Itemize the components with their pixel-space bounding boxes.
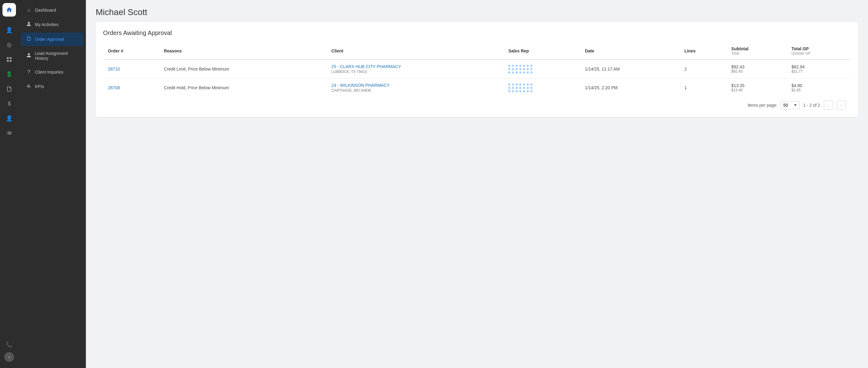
page-header: Michael Scott: [86, 0, 868, 22]
subtotal-cell: $92.43 $92.43: [726, 60, 786, 79]
page-info: 1 - 2 of 2: [803, 103, 820, 108]
svg-rect-2: [7, 60, 9, 62]
lines-cell: 1: [680, 79, 726, 97]
nav-label-kpis: KPIs: [35, 84, 44, 89]
svg-rect-0: [7, 57, 9, 59]
sales-rep-dots: [508, 65, 533, 73]
nav-item-kpis[interactable]: KPIs: [21, 80, 84, 93]
per-page-select[interactable]: 50 10 25 100: [780, 101, 800, 109]
left-navigation: ⌂ Dashboard My Activities Order Approval…: [19, 0, 86, 368]
table-row: 28710 Credit Limit, Price Below Minimum …: [103, 60, 851, 79]
kpis-nav-icon: [26, 84, 32, 90]
sidebar-icon-reports[interactable]: [3, 83, 16, 95]
orders-table: Order # Reasons Client Sales Rep Date: [103, 42, 851, 97]
col-header-lines: Lines: [680, 42, 726, 60]
gp-cell: $4.80 $2.85: [786, 79, 851, 97]
sales-rep-dots: [508, 84, 533, 92]
sidebar-icon-user2[interactable]: 👤: [3, 112, 16, 124]
subtotal-cell: $13.35 $13.40: [726, 79, 786, 97]
orders-card: Orders Awaiting Approval Order # Reasons…: [96, 22, 858, 117]
nav-label-order-approval: Order Approval: [35, 37, 64, 42]
nav-label-lead-assignment: Lead Assignment History: [35, 51, 79, 61]
lead-assignment-nav-icon: [26, 53, 32, 59]
svg-rect-1: [10, 57, 12, 59]
dashboard-nav-icon: ⌂: [26, 7, 32, 13]
nav-item-dashboard[interactable]: ⌂ Dashboard: [21, 4, 84, 17]
content-area: Orders Awaiting Approval Order # Reasons…: [86, 22, 868, 368]
main-content: Michael Scott Orders Awaiting Approval O…: [86, 0, 868, 368]
nav-label-dashboard: Dashboard: [35, 8, 56, 12]
date-cell: 1/14/25, 11:17 AM: [580, 60, 680, 79]
reasons-cell: Credit Limit, Price Below Minimum: [159, 60, 327, 79]
col-header-subtotal: Subtotal Total: [726, 42, 786, 60]
date-cell: 1/14/25, 2:20 PM: [580, 79, 680, 97]
col-header-total-gp: Total GP Outside GP: [786, 42, 851, 60]
icon-sidebar: 👤 ◎ 💲 ＄ 👤 📞 ›: [0, 0, 19, 368]
sales-rep-cell: [503, 79, 580, 97]
sidebar-icon-phone[interactable]: 📞: [3, 339, 16, 351]
items-per-page: Items per page: 50 10 25 100: [747, 101, 799, 109]
reasons-cell: Credit Hold, Price Below Minimum: [159, 79, 327, 97]
nav-item-client-inquiries[interactable]: ? Client Inquiries: [21, 66, 84, 79]
gp-cell: $62.94 $31.77: [786, 60, 851, 79]
sidebar-icon-activities[interactable]: 👤: [3, 24, 16, 36]
nav-item-my-activities[interactable]: My Activities: [21, 18, 84, 31]
client-cell: 25 - CLARX HUB CITY PHARMACY LUBBOCK, TX…: [327, 60, 504, 79]
next-page-button[interactable]: ›: [837, 100, 846, 110]
svg-rect-3: [10, 60, 12, 62]
col-header-sales-rep: Sales Rep: [503, 42, 580, 60]
items-per-page-label: Items per page:: [747, 103, 777, 108]
col-header-reasons: Reasons: [159, 42, 327, 60]
activities-nav-icon: [26, 22, 32, 28]
sidebar-icon-list[interactable]: [3, 127, 16, 139]
card-title: Orders Awaiting Approval: [103, 29, 851, 36]
nav-item-order-approval[interactable]: Order Approval: [21, 32, 84, 46]
order-num-cell[interactable]: 28708: [103, 79, 159, 97]
sales-rep-cell: [503, 60, 580, 79]
table-row: 28708 Credit Hold, Price Below Minimum 2…: [103, 79, 851, 97]
sidebar-icon-dollar[interactable]: ＄: [3, 97, 16, 110]
sidebar-icon-orders[interactable]: [3, 53, 16, 66]
order-num-cell[interactable]: 28710: [103, 60, 159, 79]
pagination-row: Items per page: 50 10 25 100 1 - 2 of 2 …: [103, 97, 851, 110]
lines-cell: 2: [680, 60, 726, 79]
order-approval-nav-icon: [26, 36, 32, 42]
sidebar-icon-leads[interactable]: ◎: [3, 39, 16, 51]
col-header-client: Client: [327, 42, 504, 60]
sidebar-icon-payments[interactable]: 💲: [3, 68, 16, 80]
nav-item-lead-assignment[interactable]: Lead Assignment History: [21, 47, 84, 64]
col-header-date: Date: [580, 42, 680, 60]
nav-label-activities: My Activities: [35, 22, 59, 27]
client-cell: 24 - WILKINSON PHARMACY CARTHAGE, MO 648…: [327, 79, 504, 97]
page-title: Michael Scott: [96, 7, 858, 17]
client-inquiries-nav-icon: ?: [26, 69, 32, 75]
home-icon-button[interactable]: [2, 3, 16, 17]
prev-page-button[interactable]: ‹: [824, 100, 833, 110]
nav-label-client-inquiries: Client Inquiries: [35, 70, 63, 74]
sidebar-toggle-button[interactable]: ›: [4, 352, 14, 362]
col-header-order-num: Order #: [103, 42, 159, 60]
